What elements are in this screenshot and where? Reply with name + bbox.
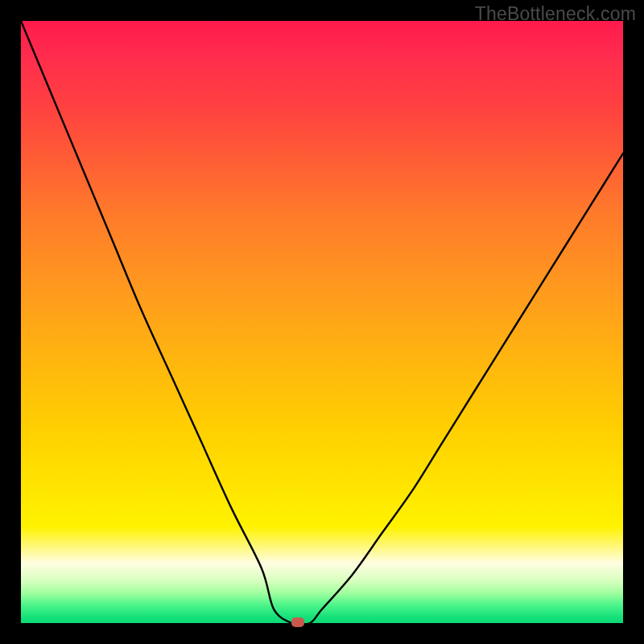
chart-frame: TheBottleneck.com [0, 0, 644, 644]
curve-svg [21, 21, 623, 623]
plot-area [21, 21, 623, 623]
optimal-marker [291, 617, 304, 627]
bottleneck-curve [21, 21, 623, 623]
